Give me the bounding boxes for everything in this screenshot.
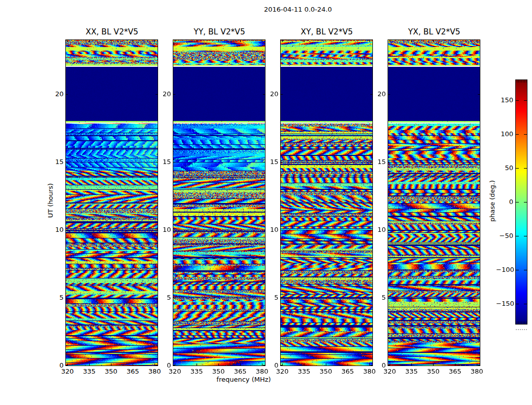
x-tick-label: 335 <box>185 368 208 376</box>
colorbar-edge-dashes <box>516 329 527 330</box>
colorbar-tick-label: −100 <box>496 266 513 274</box>
y-tick-label: 20 <box>47 90 64 98</box>
y-tick-label: 20 <box>261 90 279 98</box>
y-tick-label: 5 <box>261 294 279 302</box>
x-tick-label: 365 <box>336 368 359 376</box>
y-tick-label: 10 <box>369 226 386 234</box>
colorbar-tick-label: −50 <box>496 232 513 240</box>
heatmap-canvas-yy <box>173 39 265 366</box>
y-tick-label: 20 <box>154 90 171 98</box>
x-tick-label: 350 <box>100 368 122 376</box>
y-tick-label: 10 <box>154 226 171 234</box>
colorbar-tick-label: 0 <box>496 198 513 206</box>
colorbar-label: phase (deg.) <box>488 180 496 222</box>
y-tick-label: 15 <box>261 158 279 166</box>
panel-title-yy: YY, BL V2*V5 <box>194 28 245 36</box>
y-axis-label: UT (hours) <box>47 183 54 218</box>
colorbar-tick-label: 50 <box>496 164 513 172</box>
x-tick-label: 380 <box>466 368 488 376</box>
colorbar <box>515 79 527 325</box>
y-tick-label: 20 <box>369 90 386 98</box>
figure-title: 2016-04-11 0.0-24.0 <box>264 6 332 13</box>
colorbar-canvas <box>516 80 527 324</box>
heatmap-canvas-yx <box>388 39 480 366</box>
x-tick-label: 320 <box>164 368 186 376</box>
colorbar-tick-label: 100 <box>496 130 513 138</box>
x-axis-label: frequency (MHz) <box>216 376 271 383</box>
x-tick-label: 365 <box>229 368 251 376</box>
phase-waterfall-figure: 2016-04-11 0.0-24.0 frequency (MHz) UT (… <box>0 0 532 405</box>
y-tick-label: 15 <box>47 158 64 166</box>
y-tick-label: 5 <box>154 294 171 302</box>
heatmap-canvas-xy <box>280 39 373 366</box>
y-tick-label: 5 <box>369 294 386 302</box>
x-tick-label: 335 <box>400 368 423 376</box>
panel-title-xy: XY, BL V2*V5 <box>301 28 353 36</box>
x-tick-label: 365 <box>444 368 466 376</box>
x-tick-label: 320 <box>378 368 401 376</box>
x-tick-label: 350 <box>207 368 230 376</box>
colorbar-tick-label: 150 <box>496 96 513 104</box>
y-tick-label: 15 <box>369 158 386 166</box>
panel-title-xx: XX, BL V2*V5 <box>86 28 138 36</box>
panel-title-yx: YX, BL V2*V5 <box>408 28 461 36</box>
x-tick-label: 365 <box>122 368 144 376</box>
y-tick-label: 15 <box>154 158 171 166</box>
x-tick-label: 320 <box>56 368 79 376</box>
y-tick-label: 5 <box>47 294 64 302</box>
y-tick-label: 10 <box>47 226 64 234</box>
x-tick-label: 350 <box>422 368 444 376</box>
colorbar-tick-label: −150 <box>496 300 513 308</box>
x-tick-label: 335 <box>78 368 100 376</box>
x-tick-label: 335 <box>293 368 315 376</box>
y-tick-label: 10 <box>261 226 279 234</box>
heatmap-canvas-xx <box>65 39 158 366</box>
x-tick-label: 350 <box>315 368 337 376</box>
x-tick-label: 320 <box>271 368 293 376</box>
